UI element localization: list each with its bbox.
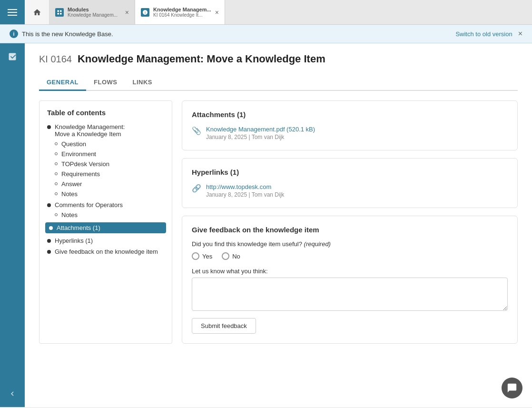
tab-modules-close[interactable]: × <box>125 9 129 16</box>
banner: i This is the new Knowledge Base. Switch… <box>0 25 532 43</box>
toc-dot-feedback <box>47 250 51 254</box>
tab-modules-text: Modules Knowledge Managem... <box>68 7 121 18</box>
toc-link-comments[interactable]: Comments for Operators <box>55 201 123 209</box>
toc-sub-km: Question Environment TOPdesk Version <box>55 140 164 198</box>
home-icon <box>33 8 41 17</box>
toc-sub-dot-answer <box>55 182 58 185</box>
toc-sub-topdesk: TOPdesk Version <box>55 160 164 168</box>
hyperlink-author: Tom van Dijk <box>252 191 285 198</box>
feedback-textarea-label: Let us know what you think: <box>192 268 508 275</box>
switch-version-link[interactable]: Switch to old version <box>455 30 512 38</box>
page-title-row: KI 0164 Knowledge Management: Move a Kno… <box>39 53 518 65</box>
attachment-date: January 8, 2025 <box>206 134 247 140</box>
tab-knowledge-title: Knowledge Managem... <box>153 7 211 12</box>
toc-link-req[interactable]: Requirements <box>61 170 100 178</box>
banner-left: i This is the new Knowledge Base. <box>10 30 113 38</box>
toc-active-row: Attachments (1) <box>45 222 166 233</box>
toc-item-attachments: Attachments (1) <box>47 222 164 233</box>
tab-links[interactable]: LINKS <box>125 75 160 91</box>
toc-link-answer[interactable]: Answer <box>61 180 82 188</box>
toc-link-env[interactable]: Environment <box>61 150 96 158</box>
feedback-title: Give feedback on the knowledge item <box>192 226 508 234</box>
feedback-card: Give feedback on the knowledge item Did … <box>182 216 518 344</box>
radio-no[interactable]: No <box>222 252 240 260</box>
attachment-item-1: 📎 Knowledge Management.pdf (520.1 kB) Ja… <box>192 125 508 140</box>
table-of-contents: Table of contents Knowledge Management:M… <box>39 100 172 344</box>
toc-sub-notes2: Notes <box>55 211 164 219</box>
attachment-details: Knowledge Management.pdf (520.1 kB) Janu… <box>206 125 315 140</box>
radio-yes-label: Yes <box>202 253 212 260</box>
tab-knowledge-subtitle: KI 0164 Knowledge It... <box>153 12 211 18</box>
toc-link-notes2[interactable]: Notes <box>61 211 78 219</box>
tab-knowledge-close[interactable]: × <box>215 9 219 16</box>
tab-modules-title: Modules <box>68 7 121 12</box>
toc-link-topdesk[interactable]: TOPdesk Version <box>61 160 109 168</box>
banner-message: This is the new Knowledge Base. <box>22 30 113 38</box>
toc-link-hyperlinks[interactable]: Hyperlinks (1) <box>55 237 93 244</box>
side-nav-item-1[interactable] <box>3 47 22 66</box>
knowledge-tab-icon <box>141 8 149 17</box>
content-tabs: GENERAL FLOWS LINKS <box>39 75 518 91</box>
banner-right: Switch to old version × <box>455 30 522 38</box>
toc-link-question[interactable]: Question <box>61 140 86 148</box>
toc-list: Knowledge Management:Move a Knowledge It… <box>47 123 164 255</box>
toc-bullet-comments: Comments for Operators <box>47 201 164 209</box>
chat-icon <box>507 383 517 393</box>
tab-knowledge-item[interactable]: Knowledge Managem... KI 0164 Knowledge I… <box>135 0 225 24</box>
toc-sub-answer: Answer <box>55 180 164 188</box>
toc-bullet-hyperlinks: Hyperlinks (1) <box>47 237 164 244</box>
toc-item-comments: Comments for Operators Notes <box>47 201 164 219</box>
hamburger-button[interactable] <box>0 0 25 24</box>
toc-sub-req: Requirements <box>55 170 164 178</box>
tab-flows[interactable]: FLOWS <box>86 75 125 91</box>
side-nav-bottom <box>3 384 22 407</box>
hyperlink-url[interactable]: http://www.topdesk.com <box>206 183 271 190</box>
top-bar: Modules Knowledge Managem... × Knowledge… <box>0 0 532 25</box>
attachment-meta: January 8, 2025 | Tom van Dijk <box>206 134 315 140</box>
hyperlinks-title: Hyperlinks (1) <box>192 168 508 176</box>
attachment-link[interactable]: Knowledge Management.pdf (520.1 kB) <box>206 126 315 133</box>
toc-sub-dot-topdesk <box>55 162 58 165</box>
hyperlink-meta: January 8, 2025 | Tom van Dijk <box>206 191 284 198</box>
toc-dot-attachments <box>49 226 53 230</box>
home-button[interactable] <box>25 0 49 24</box>
toc-bullet-km: Knowledge Management:Move a Knowledge It… <box>47 123 164 138</box>
right-content: Attachments (1) 📎 Knowledge Management.p… <box>182 100 518 344</box>
attachment-icon: 📎 <box>192 126 201 135</box>
toc-dot-hyperlinks <box>47 239 51 243</box>
main-layout: KI 0164 Knowledge Management: Move a Kno… <box>0 43 532 407</box>
tab-modules[interactable]: Modules Knowledge Managem... × <box>49 0 135 24</box>
tab-general[interactable]: GENERAL <box>39 75 86 91</box>
radio-yes[interactable]: Yes <box>192 252 212 260</box>
toc-link-notes1[interactable]: Notes <box>61 190 78 198</box>
toc-sub-dot-q <box>55 142 58 145</box>
radio-no-label: No <box>232 253 240 260</box>
hyperlink-date: January 8, 2025 <box>206 191 247 198</box>
toc-title: Table of contents <box>47 109 164 117</box>
hyperlink-item-1: 🔗 http://www.topdesk.com January 8, 2025… <box>192 183 508 198</box>
toc-dot-km <box>47 125 51 129</box>
content-area: KI 0164 Knowledge Management: Move a Kno… <box>25 43 532 407</box>
toc-sub-comments: Notes <box>55 211 164 219</box>
toc-sub-env: Environment <box>55 150 164 158</box>
hamburger-icon <box>8 9 17 16</box>
submit-feedback-button[interactable]: Submit feedback <box>192 318 256 334</box>
toc-item-hyperlinks: Hyperlinks (1) <box>47 237 164 244</box>
toc-link-attachments[interactable]: Attachments (1) <box>57 224 100 231</box>
toc-sub-notes1: Notes <box>55 190 164 198</box>
hyperlink-icon: 🔗 <box>192 184 201 193</box>
side-nav-icon-1 <box>8 52 17 61</box>
collapse-button[interactable] <box>3 384 22 403</box>
attachments-title: Attachments (1) <box>192 110 508 119</box>
toc-link-feedback[interactable]: Give feedback on the knowledge item <box>55 248 158 255</box>
toc-link-km[interactable]: Knowledge Management:Move a Knowledge It… <box>55 123 125 138</box>
collapse-icon <box>8 389 17 398</box>
page-title: Knowledge Management: Move a Knowledge I… <box>78 53 325 65</box>
banner-close-button[interactable]: × <box>518 30 522 38</box>
radio-no-circle <box>222 252 229 260</box>
side-nav <box>0 43 25 407</box>
feedback-textarea[interactable] <box>192 278 508 311</box>
chat-fab-button[interactable] <box>502 378 522 398</box>
page-id: KI 0164 <box>39 54 72 65</box>
attachment-author: Tom van Dijk <box>252 134 285 140</box>
